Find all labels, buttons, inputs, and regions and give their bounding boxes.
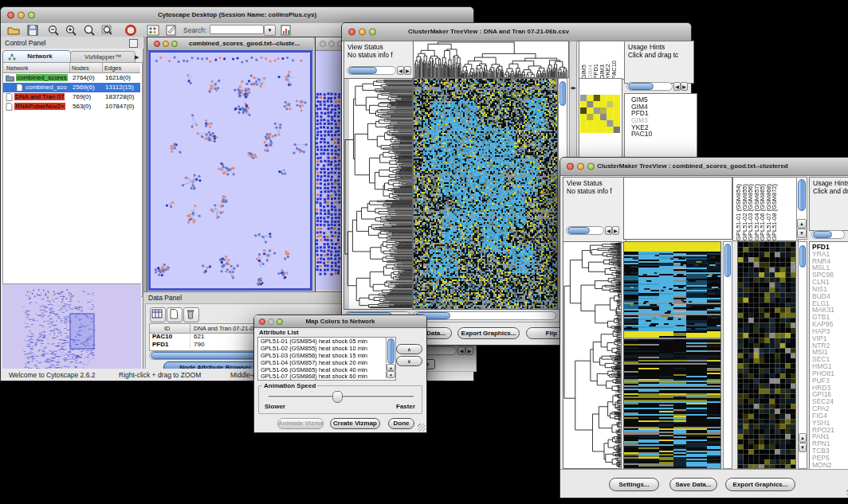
scroll-down-arrow[interactable]: ▼ — [387, 371, 395, 378]
tv2-zoom-vscrollbar[interactable]: ▲ ▼ — [798, 241, 807, 469]
network-row-rnapuber[interactable]: RNAPuberNov2+ 563(0) 107847(0) — [3, 102, 140, 111]
network-overview-panel[interactable] — [2, 283, 141, 374]
scroll-up-arrow[interactable]: ▲ — [797, 219, 807, 229]
export-graphics-button[interactable]: Export Graphics... — [725, 478, 795, 491]
save-icon[interactable] — [26, 25, 40, 36]
scroll-right-arrow[interactable]: ▶ — [681, 82, 688, 91]
tv2-top-vscrollbar[interactable]: ▲ ▼ — [796, 177, 807, 240]
attribute-listbox[interactable]: GPL51-01 (GSM854) heat shock 05 minGPL51… — [257, 337, 396, 381]
zoom-selected-icon[interactable] — [101, 25, 115, 36]
tv1-status-hscrollbar[interactable] — [347, 66, 396, 75]
scrollbar-thumb[interactable] — [813, 231, 832, 238]
attr-col-id[interactable]: ID — [164, 325, 171, 332]
network2-grid-cluster[interactable] — [316, 91, 341, 276]
zoom-fit-icon[interactable] — [83, 25, 96, 36]
network-row-dna-tran[interactable]: DNA and Tran 07 769(0) 183728(0) — [3, 92, 140, 102]
network1-graph-canvas[interactable] — [151, 53, 310, 288]
close-button[interactable] — [348, 29, 355, 36]
scrollbar-thumb[interactable] — [348, 67, 377, 74]
annotation-icon[interactable] — [165, 25, 179, 36]
treeview1-title-bar[interactable]: ClusterMaker TreeView : DNA and Tran 07-… — [342, 23, 691, 41]
tv1-row-dendrogram[interactable] — [344, 78, 413, 310]
scroll-down-arrow[interactable]: ▼ — [797, 229, 807, 238]
slider-thumb[interactable] — [332, 391, 343, 403]
done-button[interactable]: Done — [388, 418, 414, 429]
tv1-column-dendrogram[interactable] — [413, 41, 569, 78]
tv2-heatmap-vscrollbar[interactable] — [723, 241, 732, 469]
minimize-button[interactable] — [268, 318, 274, 325]
close-button[interactable] — [259, 318, 265, 325]
move-down-button[interactable]: ∨ — [396, 356, 422, 366]
scrollbar-thumb[interactable] — [724, 244, 731, 277]
network1-title-bar[interactable]: combined_scores_good.txt--cluste... — [147, 37, 313, 51]
network-overview-canvas[interactable] — [2, 284, 141, 374]
scrollbar-thumb[interactable] — [628, 83, 654, 90]
network-name[interactable]: combined_sco — [26, 84, 67, 91]
help-ring-icon[interactable] — [124, 25, 138, 36]
doc-chart-icon[interactable] — [279, 25, 292, 36]
open-file-icon[interactable] — [7, 25, 21, 36]
main-title-bar[interactable]: Cytoscape Desktop (Session Name: collins… — [1, 7, 473, 24]
close-button[interactable] — [7, 12, 14, 19]
float-panel-icon[interactable] — [129, 39, 138, 48]
close-button[interactable] — [154, 41, 160, 47]
col-network[interactable]: Network — [6, 64, 29, 72]
zoom-button[interactable] — [587, 163, 595, 170]
minimize-button[interactable] — [328, 41, 335, 47]
tv1-summary-matrix[interactable] — [580, 95, 620, 133]
create-vizmap-button[interactable]: Create Vizmap — [330, 418, 380, 429]
close-button[interactable] — [567, 163, 574, 170]
col-edges[interactable]: Edges — [104, 64, 121, 72]
scroll-down-arrow[interactable]: ▼ — [799, 443, 807, 452]
zoom-button[interactable] — [369, 29, 376, 36]
tv2-heatmap[interactable] — [623, 241, 721, 469]
tv2-zoom-heatmap[interactable] — [737, 241, 796, 469]
tv2-status-hscrollbar[interactable] — [566, 226, 604, 235]
tv1-heatmap-hscrollbar[interactable] — [413, 311, 556, 320]
zoom-button[interactable] — [277, 318, 283, 325]
tv1-heatmap[interactable] — [413, 78, 558, 310]
scrollbar-thumb[interactable] — [387, 338, 395, 364]
minimize-button[interactable] — [163, 41, 169, 47]
export-graphics-button[interactable]: Export Graphics... — [457, 327, 520, 339]
scroll-right-arrow[interactable]: ▶ — [465, 346, 473, 355]
tv2-row-dendrogram[interactable] — [563, 241, 622, 469]
new-doc-button[interactable] — [167, 307, 183, 322]
animate-vizmap-button[interactable]: Animate Vizmap — [277, 418, 324, 429]
scrollbar-thumb[interactable] — [798, 179, 806, 211]
attribute-item[interactable]: GPL51-07 (GSM868) heat shock 60 min — [261, 373, 395, 381]
search-dropdown-arrow[interactable]: ▼ — [264, 25, 276, 36]
tv1-usage-hscrollbar[interactable] — [626, 82, 673, 91]
scroll-left-arrow[interactable]: ◀ — [397, 66, 404, 75]
zoom-out-icon[interactable] — [47, 25, 61, 36]
tabs-overflow-arrow[interactable]: ▶ — [135, 53, 142, 61]
network-name[interactable]: RNAPuberNov2+ — [14, 103, 65, 110]
network-row-combined-scores[interactable]: combined_scores 2764(0) 16218(0) — [3, 73, 140, 83]
attribute-list-vscrollbar[interactable]: ▲ ▼ — [386, 338, 395, 378]
table-button[interactable] — [150, 307, 166, 322]
resize-grip[interactable] — [418, 424, 426, 432]
scroll-up-arrow[interactable]: ▲ — [387, 364, 395, 371]
tv2-usage-hscrollbar[interactable] — [811, 230, 845, 239]
scrollbar-thumb[interactable] — [559, 81, 566, 106]
scroll-up-arrow[interactable]: ▲ — [799, 433, 807, 443]
network-table-header[interactable]: Network Nodes Edges — [3, 63, 140, 73]
dialog-title-bar[interactable]: Map Colors to Network — [254, 315, 426, 328]
scroll-right-arrow[interactable]: ▶ — [612, 226, 619, 235]
scroll-left-arrow[interactable]: ◀ — [605, 226, 612, 235]
network-row-combined-sco[interactable]: combined_sco 2569(6) 13112(15) — [3, 83, 140, 92]
tab-network[interactable]: Network — [2, 50, 71, 63]
scroll-right-arrow[interactable]: ▶ — [404, 66, 411, 75]
settings-button[interactable]: Settings... — [609, 478, 659, 491]
tv2-gene-list[interactable]: PFD1YRA1RNR4MSL1SPC98CLN1NIS1BUD4ELG1MAK… — [809, 241, 848, 471]
move-up-button[interactable]: ∧ — [396, 344, 422, 354]
zoom-in-icon[interactable] — [65, 25, 78, 36]
vizmap-grid-icon[interactable] — [147, 25, 160, 36]
treeview2-title-bar[interactable]: ClusterMaker TreeView : combined_scores_… — [560, 158, 848, 176]
delete-button[interactable] — [183, 307, 199, 322]
network-name[interactable]: DNA and Tran 07 — [14, 93, 65, 100]
scrollbar-thumb[interactable] — [567, 227, 590, 234]
minimize-button[interactable] — [577, 163, 584, 170]
col-nodes[interactable]: Nodes — [72, 64, 89, 72]
tv2-column-dendrogram[interactable] — [623, 177, 732, 240]
